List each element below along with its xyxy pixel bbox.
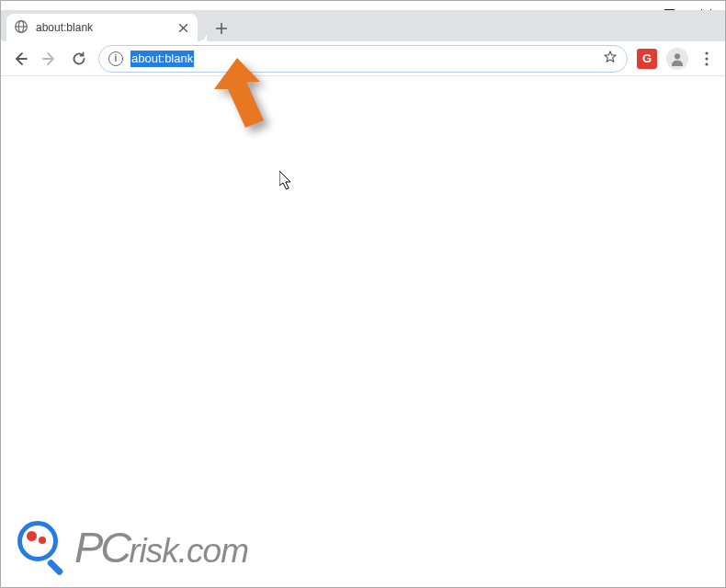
extension-label: G (642, 51, 652, 65)
bookmark-star-icon[interactable] (603, 50, 618, 68)
kebab-menu-button[interactable] (694, 45, 720, 73)
svg-marker-18 (214, 58, 264, 128)
watermark-logo: PCrisk.com (17, 521, 248, 572)
new-tab-button[interactable] (209, 16, 234, 41)
svg-marker-19 (279, 171, 290, 189)
url-text: about:blank (130, 51, 194, 67)
svg-point-17 (705, 62, 708, 65)
tabstrip: about:blank (1, 10, 725, 41)
toolbar: i about:blank G (1, 41, 725, 76)
watermark-pc: PC (74, 523, 129, 571)
svg-marker-13 (605, 51, 616, 61)
tab-title: about:blank (36, 21, 176, 34)
cursor-icon (279, 171, 294, 191)
annotation-arrow-icon (205, 56, 277, 139)
forward-button[interactable] (36, 45, 63, 73)
info-icon[interactable]: i (108, 51, 123, 66)
svg-point-15 (705, 51, 708, 54)
back-button[interactable] (6, 45, 34, 73)
close-tab-button[interactable] (176, 20, 190, 35)
profile-avatar-button[interactable] (666, 48, 688, 70)
extension-button[interactable]: G (637, 49, 657, 69)
browser-tab[interactable]: about:blank (6, 14, 198, 41)
magnifier-icon (17, 521, 69, 572)
reload-button[interactable] (65, 45, 93, 73)
svg-point-14 (675, 53, 680, 59)
page-viewport (2, 76, 724, 586)
watermark-rest: risk.com (129, 532, 248, 570)
watermark-text: PCrisk.com (74, 526, 248, 569)
svg-point-16 (705, 57, 708, 60)
globe-icon (14, 19, 28, 37)
address-bar[interactable]: i about:blank (98, 45, 628, 73)
